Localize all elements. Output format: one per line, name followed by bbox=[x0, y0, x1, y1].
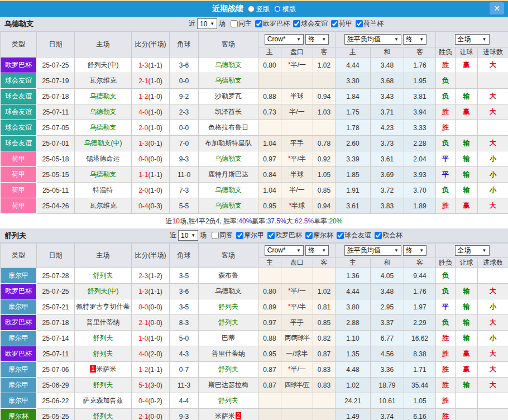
result-handicap: 输 bbox=[456, 315, 478, 331]
league-filter-2[interactable]: 荷甲 bbox=[331, 19, 352, 28]
halftime-score: (1-1) bbox=[148, 288, 162, 295]
league-filter-3-checkbox[interactable] bbox=[356, 20, 363, 27]
league-filter-2-checkbox[interactable] bbox=[305, 232, 313, 239]
bookmaker-select[interactable]: Crow*▼ bbox=[265, 245, 304, 256]
wdl-mean-select[interactable]: 胜平负均值▼ bbox=[344, 245, 401, 256]
home-team-name: 米萨米 bbox=[97, 365, 117, 373]
home-team-name: 瓦尔维克 bbox=[90, 202, 117, 209]
match-type-badge: 球会友谊 bbox=[1, 104, 37, 120]
section-title-row: 乌德勒支近10▼场同主欧罗巴杯球会友谊荷甲荷兰杯 bbox=[0, 17, 508, 31]
league-filter-3[interactable]: 球会友谊 bbox=[337, 231, 371, 240]
layout-vertical-option[interactable]: 竖版 bbox=[248, 4, 270, 14]
mean-group-header: 胜平负均值▼ 终▼ bbox=[336, 32, 436, 47]
result-wdl-value: 胜 bbox=[442, 412, 449, 420]
fulltime-score: 1-2 bbox=[138, 366, 148, 374]
mean-draw: 3.74 bbox=[371, 409, 404, 420]
league-filter-3[interactable]: 荷兰杯 bbox=[356, 19, 384, 28]
period-select[interactable]: 全场▼ bbox=[455, 34, 490, 45]
same-venue[interactable]: 同主 bbox=[231, 19, 252, 28]
wdl-mean-select[interactable]: 胜平负均值▼ bbox=[344, 34, 401, 45]
league-filter-0-checkbox[interactable] bbox=[255, 20, 262, 27]
fulltime-score: 1-3 bbox=[138, 61, 148, 69]
same-venue-checkbox[interactable] bbox=[212, 232, 219, 239]
odds-away bbox=[313, 268, 336, 284]
games-count-select[interactable]: 10▼ bbox=[197, 18, 217, 29]
record-summary: 近10场,胜4平2负4, 胜率:40% 赢率:37.5% 大:62.5% 单率:… bbox=[0, 214, 508, 228]
result-wdl: 负 bbox=[436, 73, 456, 89]
mean-draw: 2.95 bbox=[371, 299, 404, 315]
result-goals bbox=[478, 268, 508, 284]
odds-home: 0.80 bbox=[258, 284, 281, 299]
result-wdl: 平 bbox=[436, 151, 456, 167]
match-row: 欧罗巴杯25-07-25舒列夫(中)1-3(1-1)3-6乌德勒支0.80*半/… bbox=[1, 284, 508, 299]
match-date: 25-07-06 bbox=[37, 362, 75, 378]
bookmaker-select[interactable]: Crow*▼ bbox=[265, 34, 304, 45]
handicap-text: 两/两球半 bbox=[285, 335, 309, 341]
close-button[interactable]: ✕ bbox=[490, 2, 504, 15]
col-home-header: 主场 bbox=[75, 32, 132, 58]
match-date: 25-07-18 bbox=[37, 315, 75, 331]
home-team-cell: 乌德勒支 bbox=[75, 89, 132, 104]
result-handicap: 赢 bbox=[456, 58, 478, 73]
handicap-text: 平手 bbox=[290, 318, 304, 326]
match-score: 1-3(1-1) bbox=[132, 58, 170, 73]
league-filter-0[interactable]: 欧罗巴杯 bbox=[255, 19, 290, 28]
league-filter-1[interactable]: 欧罗巴杯 bbox=[267, 231, 302, 240]
odds-home: 0.88 bbox=[258, 89, 281, 104]
chevron-down-icon: ▼ bbox=[394, 248, 399, 253]
same-venue-label: 同主 bbox=[238, 19, 252, 28]
col-date-header: 日期 bbox=[37, 244, 75, 268]
league-filter-0[interactable]: 摩尔甲 bbox=[236, 231, 264, 240]
corner-score: 3-6 bbox=[170, 284, 199, 299]
handicap: 平手 bbox=[281, 136, 313, 151]
match-type-badge: 摩尔甲 bbox=[1, 331, 37, 346]
horizontal-radio[interactable] bbox=[274, 6, 281, 12]
match-row: 荷甲25-05-11特温特2-0(1-0)7-3乌德勒支1.04半/一0.851… bbox=[1, 183, 508, 198]
period-select[interactable]: 全场▼ bbox=[455, 245, 490, 256]
games-count-select[interactable]: 10▼ bbox=[178, 230, 198, 241]
bookmaker-select-value: Crow* bbox=[267, 35, 286, 43]
league-filter-2-checkbox[interactable] bbox=[331, 20, 338, 27]
away-team-cell: 布加勒斯特星队 bbox=[199, 136, 258, 151]
league-filter-0-checkbox[interactable] bbox=[236, 232, 243, 239]
handicap-text: 半/一 bbox=[289, 108, 304, 116]
result-wdl: 胜 bbox=[436, 409, 456, 420]
mean-draw-header: 和 bbox=[371, 47, 404, 58]
league-filter-4[interactable]: 欧会杯 bbox=[375, 231, 402, 240]
vertical-radio[interactable] bbox=[248, 6, 255, 12]
section-title-row: 舒列夫近10▼场同客摩尔甲欧罗巴杯摩尔杯球会友谊欧会杯 bbox=[0, 228, 508, 243]
near-label: 近 bbox=[170, 231, 176, 240]
odds-stage-select[interactable]: 终▼ bbox=[305, 245, 329, 256]
mean-away: 1.89 bbox=[404, 198, 436, 214]
result-handicap-value: 输 bbox=[463, 318, 470, 326]
result-handicap-value: 输 bbox=[463, 170, 470, 178]
col-home-header: 主场 bbox=[75, 244, 132, 268]
league-filter-1[interactable]: 球会友谊 bbox=[293, 19, 328, 28]
panel-title: 近期战绩 bbox=[212, 4, 243, 14]
away-team-name: 森布鲁 bbox=[218, 271, 238, 279]
result-wdl: 负 bbox=[436, 268, 456, 284]
match-date: 25-07-28 bbox=[37, 268, 75, 284]
chevron-down-icon: ▼ bbox=[191, 233, 195, 238]
odds-stage-select[interactable]: 终▼ bbox=[305, 34, 329, 45]
league-filter-1-checkbox[interactable] bbox=[267, 232, 275, 239]
odds-away: 1.03 bbox=[313, 104, 336, 120]
result-handicap bbox=[456, 409, 478, 420]
odds-away: 0.92 bbox=[313, 151, 336, 167]
same-venue[interactable]: 同客 bbox=[212, 231, 233, 240]
league-filter-4-checkbox[interactable] bbox=[375, 232, 382, 239]
home-team-cell: 萨克森加告兹 bbox=[75, 393, 132, 409]
mean-stage-select[interactable]: 终▼ bbox=[403, 34, 426, 45]
layout-horizontal-option[interactable]: 横版 bbox=[274, 4, 296, 14]
result-handicap: 赢 bbox=[456, 362, 478, 378]
home-team-cell: 瓦尔维克 bbox=[75, 73, 132, 89]
league-filter-3-checkbox[interactable] bbox=[337, 232, 344, 239]
league-filter-2[interactable]: 摩尔杯 bbox=[305, 231, 333, 240]
result-handicap-value: 输 bbox=[463, 155, 470, 163]
header-bar: 近期战绩 竖版 横版 ✕ bbox=[0, 0, 508, 17]
home-team-cell: 特温特 bbox=[75, 183, 132, 198]
mean-stage-select[interactable]: 终▼ bbox=[403, 245, 426, 256]
same-venue-checkbox[interactable] bbox=[231, 20, 238, 27]
away-team-cell: 乌德勒支 bbox=[199, 198, 258, 214]
league-filter-1-checkbox[interactable] bbox=[293, 20, 300, 27]
